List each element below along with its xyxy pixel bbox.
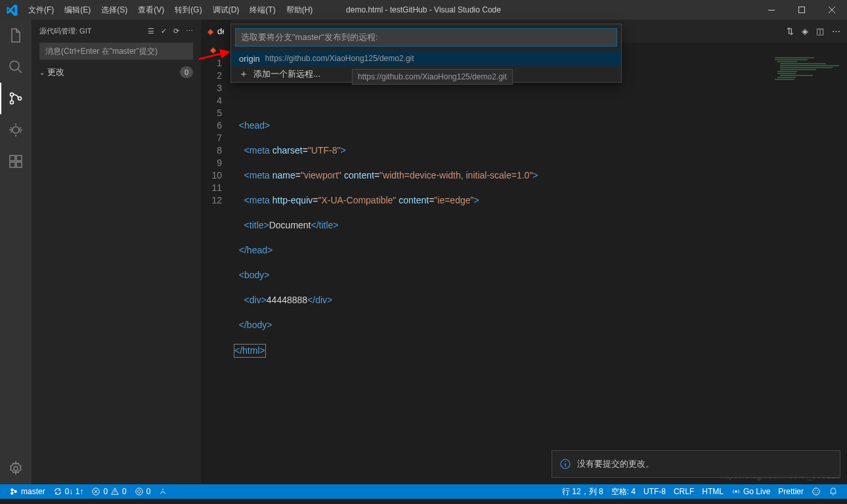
tabs-actions: ⇅ ◈ ◫ ⋯ xyxy=(780,26,847,36)
title-bar: 文件(F) 编辑(E) 选择(S) 查看(V) 转到(G) 调试(D) 终端(T… xyxy=(0,0,847,20)
scm-commit-input[interactable]: 消息(Ctrl+Enter 在"master"提交) xyxy=(39,43,193,60)
quickpick-input[interactable]: 选取要将分支"master"发布到的远程: xyxy=(235,28,617,47)
status-bell-icon[interactable] xyxy=(825,484,842,499)
window-title: demo.html - testGitHub - Visual Studio C… xyxy=(346,5,501,14)
notification-toast[interactable]: 没有要提交的更改。 xyxy=(552,450,840,478)
quickpick-item-origin[interactable]: origin https://github.com/XiaoHong125/de… xyxy=(231,51,621,66)
tab-demo-html[interactable]: ◆ demo.html xyxy=(201,20,230,43)
svg-point-4 xyxy=(11,101,14,104)
status-prettier[interactable]: Prettier xyxy=(774,484,808,499)
svg-point-18 xyxy=(813,488,820,495)
line-gutter: 123456789101112 xyxy=(201,57,234,484)
status-cursor[interactable]: 行 12，列 8 xyxy=(558,484,607,499)
svg-rect-1 xyxy=(799,7,805,13)
maximize-button[interactable] xyxy=(787,0,817,20)
chevron-down-icon: ⌄ xyxy=(39,69,45,76)
notification-message: 没有要提交的更改。 xyxy=(577,458,654,470)
svg-point-6 xyxy=(12,127,19,133)
svg-rect-8 xyxy=(10,162,15,167)
menu-edit[interactable]: 编辑(E) xyxy=(59,0,96,20)
status-live[interactable] xyxy=(154,484,171,499)
tooltip: https://github.com/XiaoHong125/demo2.git xyxy=(352,69,513,85)
svg-rect-7 xyxy=(10,156,15,161)
menu-terminal[interactable]: 终端(T) xyxy=(244,0,280,20)
menu-bar: 文件(F) 编辑(E) 选择(S) 查看(V) 转到(G) 调试(D) 终端(T… xyxy=(23,0,318,20)
activity-settings-icon[interactable] xyxy=(0,453,32,484)
menu-help[interactable]: 帮助(H) xyxy=(281,0,318,20)
more-actions-icon[interactable]: ⋯ xyxy=(832,26,840,36)
menu-view[interactable]: 查看(V) xyxy=(133,0,169,20)
svg-point-16 xyxy=(163,489,164,490)
status-bar: master 0↓ 1↑ 0 0 0 行 12，列 8 空格: 4 UTF-8 … xyxy=(0,484,847,499)
quickpick-item-label: 添加一个新远程... xyxy=(253,68,320,80)
activity-extensions-icon[interactable] xyxy=(0,146,32,177)
scm-panel: 源代码管理: GIT ☰ ✓ ⟳ ⋯ 消息(Ctrl+Enter 在"maste… xyxy=(32,20,201,484)
activity-explorer-icon[interactable] xyxy=(0,20,32,51)
vscode-logo xyxy=(0,4,23,16)
activity-debug-icon[interactable] xyxy=(0,114,32,146)
scm-changes-row[interactable]: ⌄ 更改 0 xyxy=(32,65,201,79)
status-spaces[interactable]: 空格: 4 xyxy=(607,484,640,499)
compare-icon[interactable]: ⇅ xyxy=(787,26,794,36)
scm-view-icon[interactable]: ☰ xyxy=(148,27,154,35)
scm-header-title: 源代码管理: GIT xyxy=(39,26,148,36)
menu-debug[interactable]: 调试(D) xyxy=(207,0,245,20)
status-sync[interactable]: 0↓ 1↑ xyxy=(49,484,88,499)
main-area: 源代码管理: GIT ☰ ✓ ⟳ ⋯ 消息(Ctrl+Enter 在"maste… xyxy=(0,20,847,484)
status-eol[interactable]: CRLF xyxy=(670,484,698,499)
status-port[interactable]: 0 xyxy=(131,484,155,499)
scm-commit-icon[interactable]: ✓ xyxy=(161,27,167,35)
menu-file[interactable]: 文件(F) xyxy=(23,0,59,20)
minimize-button[interactable] xyxy=(756,0,787,20)
split-editor-icon[interactable]: ◫ xyxy=(816,26,824,36)
svg-point-2 xyxy=(10,61,19,70)
html-file-icon: ◆ xyxy=(207,27,213,36)
info-icon xyxy=(560,459,571,469)
plus-icon: ＋ xyxy=(239,68,248,80)
tab-label: demo.html xyxy=(217,26,224,36)
svg-point-11 xyxy=(14,467,18,471)
window-controls xyxy=(756,0,847,20)
activity-bar xyxy=(0,20,32,484)
scm-header-actions: ☰ ✓ ⟳ ⋯ xyxy=(148,27,193,35)
status-feedback-icon[interactable] xyxy=(808,484,825,499)
quickpick-item-detail: https://github.com/XiaoHong125/demo2.git xyxy=(265,54,414,63)
editor-body[interactable]: 123456789101112 <head> <meta charset="UT… xyxy=(201,57,847,484)
scm-header: 源代码管理: GIT ☰ ✓ ⟳ ⋯ xyxy=(32,20,201,43)
activity-scm-icon[interactable] xyxy=(0,83,32,114)
status-problems[interactable]: 0 0 xyxy=(87,484,130,499)
menu-go[interactable]: 转到(G) xyxy=(169,0,207,20)
html-file-icon: ◆ xyxy=(210,45,216,54)
close-button[interactable] xyxy=(817,0,847,20)
svg-point-3 xyxy=(11,93,14,96)
status-golive[interactable]: Go Live xyxy=(728,484,774,499)
scm-refresh-icon[interactable]: ⟳ xyxy=(173,27,179,35)
status-language[interactable]: HTML xyxy=(698,484,728,499)
svg-point-15 xyxy=(136,488,143,495)
activity-search-icon[interactable] xyxy=(0,51,32,83)
code-content[interactable]: <head> <meta charset="UTF-8"> <meta name… xyxy=(234,57,847,484)
svg-rect-0 xyxy=(768,10,775,10)
status-encoding[interactable]: UTF-8 xyxy=(640,484,670,499)
quickpick-item-label: origin xyxy=(239,54,260,64)
scm-changes-count: 0 xyxy=(180,66,193,78)
editor-area: ◆ demo.html ⇅ ◈ ◫ ⋯ ◆ 123456789101112 <h… xyxy=(201,20,847,484)
svg-point-17 xyxy=(735,490,737,493)
diff-icon[interactable]: ◈ xyxy=(802,26,808,36)
svg-rect-10 xyxy=(16,156,22,161)
status-branch[interactable]: master xyxy=(5,484,49,499)
svg-rect-9 xyxy=(16,162,22,167)
menu-selection[interactable]: 选择(S) xyxy=(96,0,133,20)
scm-more-icon[interactable]: ⋯ xyxy=(186,27,193,35)
scm-changes-label: 更改 xyxy=(47,66,180,78)
